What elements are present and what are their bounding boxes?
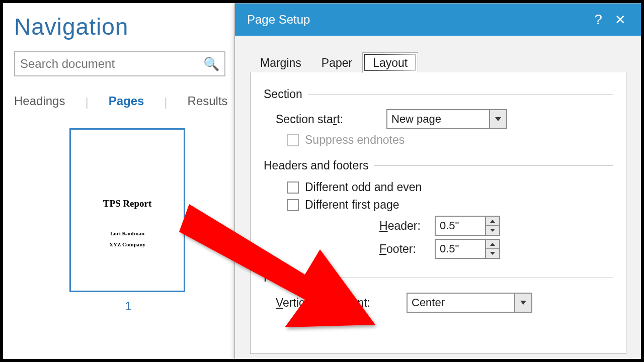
search-document[interactable]: 🔍 bbox=[14, 51, 225, 76]
thumbnail-company: XYZ Company bbox=[71, 241, 184, 247]
header-value: 0.5" bbox=[436, 217, 485, 235]
diff-first-page-checkbox[interactable] bbox=[287, 199, 299, 211]
tab-margins[interactable]: Margins bbox=[250, 53, 311, 72]
spinner-up-icon[interactable] bbox=[486, 217, 499, 226]
header-row: Header: 0.5" bbox=[379, 216, 613, 236]
navigation-tabs: Headings | Pages | Results bbox=[14, 94, 230, 110]
suppress-endnotes-checkbox bbox=[287, 134, 299, 146]
dialog-tabs: Margins Paper Layout bbox=[250, 49, 626, 73]
dialog-title: Page Setup bbox=[247, 13, 310, 27]
navigation-pane: Navigation 🔍 Headings | Pages | Results … bbox=[14, 8, 230, 313]
tab-layout[interactable]: Layout bbox=[362, 52, 418, 73]
dialog-body: Margins Paper Layout Section Section sta… bbox=[235, 36, 641, 362]
navigation-title: Navigation bbox=[14, 13, 230, 40]
spinner-down-icon[interactable] bbox=[486, 226, 499, 235]
footer-row: Footer: 0.5" bbox=[379, 239, 613, 259]
chevron-down-icon[interactable] bbox=[489, 110, 506, 128]
page-group-header: Page bbox=[264, 271, 613, 285]
group-rule bbox=[374, 165, 613, 166]
footer-spinner[interactable]: 0.5" bbox=[435, 239, 500, 259]
section-start-row: Section start: New page bbox=[276, 109, 613, 129]
header-label: Header: bbox=[379, 219, 435, 233]
thumbnail-doc-title: TPS Report bbox=[71, 198, 184, 209]
thumbnail-page-number: 1 bbox=[69, 299, 188, 313]
thumbnail-author: Lori Kaufman bbox=[71, 230, 184, 236]
help-icon[interactable]: ? bbox=[587, 12, 609, 28]
suppress-endnotes-label: Suppress endnotes bbox=[305, 133, 405, 147]
footer-value: 0.5" bbox=[436, 240, 485, 258]
section-group-header: Section bbox=[264, 87, 613, 101]
section-start-value: New page bbox=[387, 113, 489, 126]
vertical-alignment-label: Vertical alignment: bbox=[276, 296, 407, 310]
footer-label: Footer: bbox=[379, 242, 435, 256]
spinner-up-icon[interactable] bbox=[486, 240, 499, 249]
layout-panel: Section Section start: New page Suppress… bbox=[250, 72, 626, 354]
page-thumbnail[interactable]: TPS Report Lori Kaufman XYZ Company bbox=[69, 128, 185, 292]
vertical-alignment-value: Center bbox=[408, 296, 514, 309]
search-input[interactable] bbox=[19, 56, 200, 71]
search-icon[interactable]: 🔍 bbox=[203, 56, 219, 72]
headers-footers-group-header: Headers and footers bbox=[264, 159, 613, 172]
diff-odd-even-row[interactable]: Different odd and even bbox=[287, 180, 613, 194]
header-footer-spinners: Header: 0.5" Footer: 0.5 bbox=[379, 216, 613, 259]
page-group-label: Page bbox=[264, 271, 291, 285]
tab-headings[interactable]: Headings bbox=[14, 94, 65, 110]
tab-separator: | bbox=[164, 95, 167, 109]
close-icon[interactable]: ✕ bbox=[609, 12, 631, 28]
tab-results[interactable]: Results bbox=[188, 94, 228, 110]
diff-first-page-label: Different first page bbox=[305, 198, 399, 212]
dialog-titlebar[interactable]: Page Setup ? ✕ bbox=[235, 4, 641, 36]
section-start-label: Section start: bbox=[276, 113, 386, 126]
chevron-down-icon[interactable] bbox=[514, 294, 531, 312]
tab-pages[interactable]: Pages bbox=[109, 94, 144, 110]
page-setup-dialog: Page Setup ? ✕ Margins Paper Layout Sect… bbox=[234, 3, 642, 362]
tab-paper[interactable]: Paper bbox=[311, 53, 362, 72]
spinner-down-icon[interactable] bbox=[486, 249, 499, 258]
headers-footers-label: Headers and footers bbox=[264, 159, 368, 172]
diff-odd-even-label: Different odd and even bbox=[305, 180, 422, 194]
header-spinner[interactable]: 0.5" bbox=[435, 216, 500, 236]
diff-first-page-row[interactable]: Different first page bbox=[287, 198, 613, 212]
group-rule bbox=[297, 278, 613, 278]
vertical-alignment-combo[interactable]: Center bbox=[407, 293, 532, 313]
diff-odd-even-checkbox[interactable] bbox=[287, 182, 299, 194]
tab-separator: | bbox=[85, 95, 88, 109]
section-group-label: Section bbox=[264, 87, 302, 101]
suppress-endnotes-row: Suppress endnotes bbox=[287, 133, 613, 147]
vertical-alignment-row: Vertical alignment: Center bbox=[276, 293, 613, 313]
section-start-combo[interactable]: New page bbox=[386, 109, 507, 129]
page-thumbnail-area: TPS Report Lori Kaufman XYZ Company 1 bbox=[69, 128, 188, 313]
group-rule bbox=[308, 94, 613, 95]
